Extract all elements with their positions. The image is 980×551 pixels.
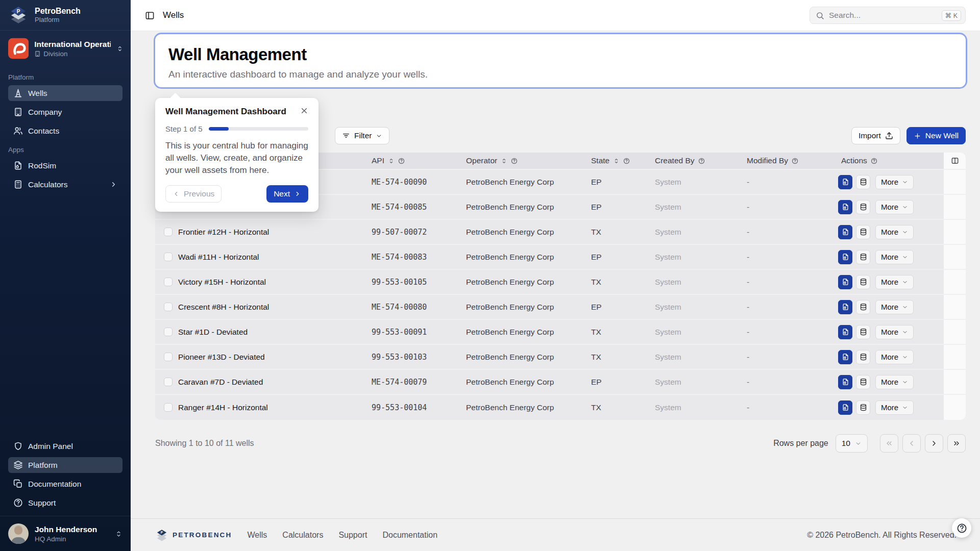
footer-brand: P PetroBench <box>155 529 232 542</box>
sidebar-item-platform[interactable]: Platform <box>8 457 122 473</box>
columns-icon[interactable] <box>951 157 959 165</box>
rodsim-action-button[interactable] <box>838 400 852 415</box>
help-circle-icon[interactable] <box>398 158 405 164</box>
row-checkbox[interactable] <box>164 353 173 361</box>
previous-button[interactable]: Previous <box>165 185 222 203</box>
well-name-cell[interactable]: Frontier #12H - Horizontal <box>176 220 364 244</box>
sidebar-item-calculators[interactable]: Calculators <box>8 177 122 192</box>
row-checkbox[interactable] <box>164 303 173 311</box>
well-name-cell[interactable]: Victory #15H - Horizontal <box>176 270 364 294</box>
rodsim-action-button[interactable] <box>838 350 852 364</box>
file-gear-icon <box>842 378 849 386</box>
sidebar-item-contacts[interactable]: Contacts <box>8 123 122 139</box>
panel-left-toggle-icon[interactable] <box>145 11 155 20</box>
data-action-button[interactable] <box>856 300 870 314</box>
rodsim-action-button[interactable] <box>838 375 852 389</box>
tour-progress-track <box>209 127 308 131</box>
row-checkbox[interactable] <box>164 253 173 261</box>
page-size-select[interactable]: 10 <box>836 434 868 453</box>
rodsim-action-button[interactable] <box>838 200 852 214</box>
data-action-button[interactable] <box>856 250 870 264</box>
more-button[interactable]: More <box>875 350 914 364</box>
filter-button[interactable]: Filter <box>335 127 389 144</box>
row-pin-cell <box>944 270 966 294</box>
rodsim-action-button[interactable] <box>838 175 852 189</box>
row-checkbox[interactable] <box>164 328 173 336</box>
header-operator[interactable]: Operator <box>459 153 584 169</box>
more-button[interactable]: More <box>875 200 914 214</box>
sidebar-item-rodsim[interactable]: RodSim <box>8 158 122 173</box>
well-name-cell[interactable]: Star #1D - Deviated <box>176 320 364 344</box>
last-page-button[interactable] <box>947 434 966 453</box>
well-operator-cell: PetroBench Energy Corp <box>459 220 584 244</box>
user-menu[interactable]: John Henderson HQ Admin <box>0 516 131 551</box>
rodsim-action-button[interactable] <box>838 225 852 239</box>
topbar: Wells ⌘ K <box>131 0 980 31</box>
sidebar-item-support[interactable]: Support <box>8 495 122 511</box>
more-button[interactable]: More <box>875 275 914 289</box>
help-circle-icon[interactable] <box>623 158 630 164</box>
help-circle-icon[interactable] <box>698 158 705 164</box>
data-action-button[interactable] <box>856 225 870 239</box>
more-button[interactable]: More <box>875 375 914 389</box>
sort-icon[interactable] <box>388 158 395 164</box>
well-state-cell: EP <box>584 195 648 219</box>
data-action-button[interactable] <box>856 350 870 364</box>
sidebar-item-admin-panel[interactable]: Admin Panel <box>8 438 122 454</box>
header-api[interactable]: API <box>364 153 459 169</box>
help-circle-icon[interactable] <box>511 158 518 164</box>
more-button[interactable]: More <box>875 225 914 239</box>
first-page-button[interactable] <box>880 434 898 453</box>
rodsim-action-button[interactable] <box>838 250 852 264</box>
data-action-button[interactable] <box>856 200 870 214</box>
data-action-button[interactable] <box>856 400 870 415</box>
more-button[interactable]: More <box>875 400 914 415</box>
next-button[interactable]: Next <box>266 185 308 203</box>
row-checkbox[interactable] <box>164 378 173 386</box>
sort-icon[interactable] <box>501 158 507 164</box>
search-box[interactable]: ⌘ K <box>810 7 966 24</box>
well-name-cell[interactable]: Caravan #7D - Deviated <box>176 370 364 394</box>
new-well-button[interactable]: New Well <box>906 127 966 144</box>
sort-icon[interactable] <box>613 158 620 164</box>
sidebar-item-company[interactable]: Company <box>8 104 122 120</box>
data-action-button[interactable] <box>856 375 870 389</box>
import-button[interactable]: Import <box>851 127 900 144</box>
help-circle-icon[interactable] <box>871 158 877 164</box>
help-circle-icon[interactable] <box>792 158 798 164</box>
well-name-cell[interactable]: Crescent #8H - Horizontal <box>176 295 364 319</box>
more-button[interactable]: More <box>875 175 914 189</box>
footer-link-wells[interactable]: Wells <box>248 531 267 540</box>
well-modified-by-cell: - <box>740 395 834 420</box>
footer-link-calculators[interactable]: Calculators <box>282 531 323 540</box>
header-state[interactable]: State <box>584 153 648 169</box>
rodsim-action-button[interactable] <box>838 275 852 289</box>
column-settings-cell[interactable] <box>944 153 966 169</box>
well-name-cell[interactable]: Pioneer #13D - Deviated <box>176 345 364 369</box>
sidebar-item-wells[interactable]: Wells <box>8 85 122 101</box>
chevron-right-icon <box>110 181 117 188</box>
previous-page-button[interactable] <box>902 434 921 453</box>
data-action-button[interactable] <box>856 325 870 339</box>
rodsim-action-button[interactable] <box>838 325 852 339</box>
data-action-button[interactable] <box>856 175 870 189</box>
more-button[interactable]: More <box>875 250 914 264</box>
more-button[interactable]: More <box>875 300 914 314</box>
data-action-button[interactable] <box>856 275 870 289</box>
footer-link-documentation[interactable]: Documentation <box>382 531 437 540</box>
next-page-button[interactable] <box>925 434 943 453</box>
help-fab-button[interactable] <box>952 518 971 538</box>
org-switcher[interactable]: International Operatio Division <box>0 31 131 66</box>
row-checkbox[interactable] <box>164 403 173 412</box>
well-name-cell[interactable]: Wadi #11H - Horizontal <box>176 245 364 269</box>
sidebar-item-documentation[interactable]: Documentation <box>8 476 122 492</box>
more-button[interactable]: More <box>875 325 914 339</box>
row-checkbox[interactable] <box>164 228 173 236</box>
well-name-cell[interactable]: Ranger #14H - Horizontal <box>176 395 364 420</box>
close-icon[interactable] <box>300 107 308 115</box>
search-input[interactable] <box>829 11 937 20</box>
row-checkbox[interactable] <box>164 278 173 286</box>
rodsim-action-button[interactable] <box>838 300 852 314</box>
footer-link-support[interactable]: Support <box>338 531 367 540</box>
well-operator-cell: PetroBench Energy Corp <box>459 320 584 344</box>
